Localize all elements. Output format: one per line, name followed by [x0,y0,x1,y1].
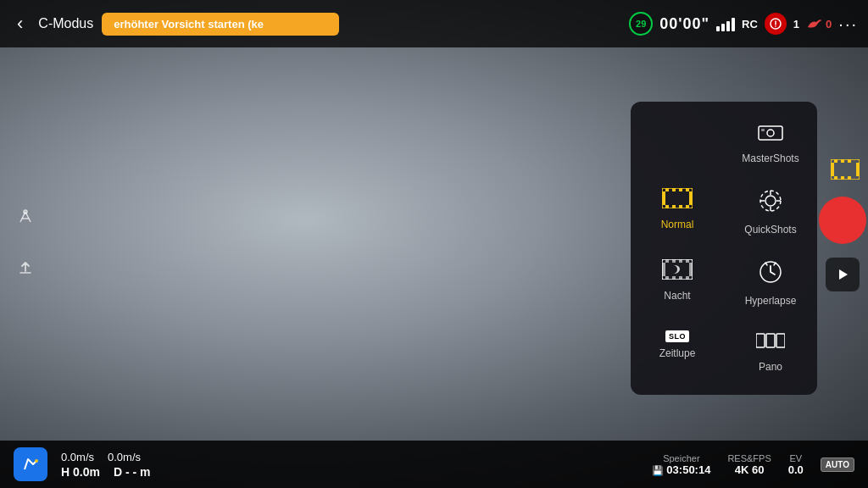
mode-item-normal[interactable]: Normal [631,176,724,247]
nacht-label: Nacht [664,290,690,302]
svg-point-6 [767,130,774,136]
svg-rect-29 [672,259,676,263]
hyperlapse-label: Hyperlapse [745,295,797,307]
mode-item-hyperlapse[interactable]: Hyperlapse [724,247,817,319]
mode-item-quickshots[interactable]: QuickShots [724,176,817,247]
svg-rect-13 [679,188,682,191]
pano-icon [756,330,785,356]
gps-indicator: 29 [629,12,653,36]
normal-label: Normal [661,219,694,230]
svg-rect-14 [686,188,689,191]
vertical-speed: 0.0m/s [108,451,141,463]
svg-rect-12 [672,188,676,191]
speed-info: 0.0m/s 0.0m/s H 0.0m D - - m [61,451,150,479]
svg-rect-9 [662,191,665,205]
ev-value: 0.0 [788,463,804,476]
back-button[interactable]: ‹ [10,9,30,38]
mode-popup: MasterShots Normal [631,102,817,395]
quickshots-icon [758,188,783,219]
signal-bars [716,16,735,31]
flight-timer: 00'00" [659,15,709,33]
svg-rect-28 [665,259,669,263]
res-value: 4K 60 [735,463,765,476]
ev-group: EV 0.0 [788,453,804,476]
playback-button[interactable] [826,258,860,291]
auto-badge[interactable]: AUTO [821,458,854,472]
mode-label: C-Modus [38,16,93,31]
res-group: RES&FPS 4K 60 [727,453,771,476]
rc-badge: RC [742,18,758,30]
svg-rect-32 [665,276,669,280]
svg-rect-34 [679,276,682,280]
top-right-info: 29 00'00" RC 1 0 ··· [629,12,858,36]
altitude: H 0.0m [61,465,100,479]
zeitlupe-label: Zeitlupe [659,347,696,359]
svg-marker-49 [839,269,848,280]
bottom-bar: 0.0m/s 0.0m/s H 0.0m D - - m Speicher 💾 … [0,441,868,488]
svg-rect-17 [679,205,682,208]
svg-rect-30 [679,259,682,263]
mode-item-pano[interactable]: Pano [724,319,817,385]
svg-rect-39 [776,334,785,347]
horizontal-speed: 0.0m/s [61,451,94,463]
hyperlapse-icon [758,259,783,290]
waypoint-icon[interactable] [14,205,37,234]
svg-point-2 [775,25,776,27]
mastershots-icon [758,124,783,147]
warning-button[interactable]: erhöhter Vorsicht starten (ke [102,13,339,36]
left-panel [14,205,37,283]
svg-rect-5 [759,126,782,140]
top-bar: ‹ C-Modus erhöhter Vorsicht starten (ke … [0,0,868,47]
svg-rect-7 [761,129,765,131]
res-label: RES&FPS [727,453,771,463]
svg-rect-50 [19,452,42,476]
alert-count: 1 [793,18,799,30]
normal-icon [662,188,693,214]
svg-rect-33 [672,276,676,280]
svg-rect-31 [686,259,689,263]
distance: D - - m [114,465,151,479]
warn-badge: 0 [806,17,832,30]
ev-label: EV [789,453,802,463]
svg-rect-11 [665,188,669,191]
mode-item-zeitlupe[interactable]: SLO Zeitlupe [631,319,724,385]
record-button[interactable] [819,197,866,244]
svg-rect-38 [766,334,775,347]
zeitlupe-icon: SLO [665,330,689,342]
more-button[interactable]: ··· [838,14,858,34]
storage-value: 💾 03:50:14 [652,463,710,476]
svg-point-51 [35,459,38,463]
storage-group: Speicher 💾 03:50:14 [652,453,710,476]
map-icon[interactable] [14,447,47,481]
right-panel [817,47,868,441]
pano-label: Pano [759,361,782,373]
svg-rect-26 [662,263,665,276]
mode-item-mastershots[interactable]: MasterShots [724,112,817,176]
svg-rect-18 [686,205,689,208]
svg-rect-37 [756,334,765,347]
svg-rect-35 [686,276,689,280]
nacht-icon [662,259,693,285]
quickshots-label: QuickShots [744,224,796,236]
storage-label: Speicher [663,453,699,463]
bottom-right-info: Speicher 💾 03:50:14 RES&FPS 4K 60 EV 0.0… [652,453,854,476]
svg-rect-15 [665,205,669,208]
svg-rect-16 [672,205,676,208]
alert-icon [765,13,787,35]
svg-point-20 [765,196,776,206]
svg-rect-10 [689,191,693,205]
mastershots-label: MasterShots [742,152,798,164]
upload-icon[interactable] [14,254,37,283]
mode-item-nacht[interactable]: Nacht [631,247,724,319]
svg-rect-27 [689,263,693,276]
